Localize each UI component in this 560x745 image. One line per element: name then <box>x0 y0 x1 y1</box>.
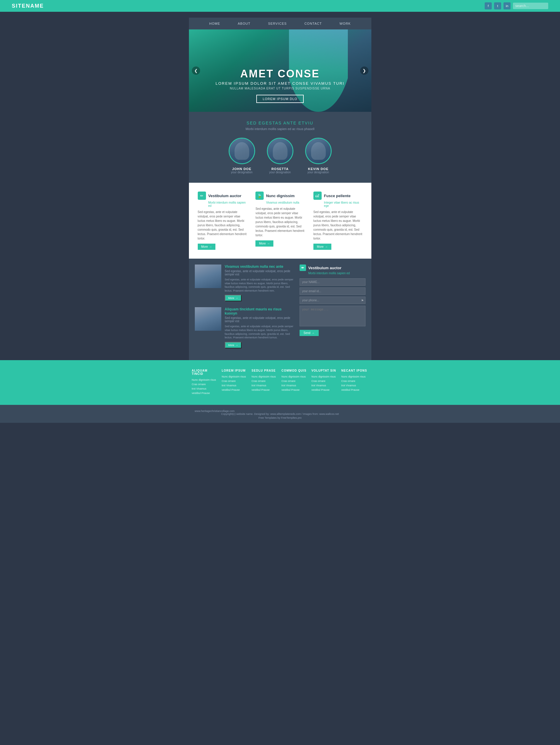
hero-prev-button[interactable]: ❮ <box>192 66 200 75</box>
service-more-button-2[interactable]: More → <box>313 244 331 250</box>
footer-col-title-2: SEDLU PRASE <box>252 369 279 372</box>
post-title-0: Vivamus vestibulum nulla nec ante <box>225 264 294 269</box>
service-text-1: Sed egestas, ante et vulputate volutpat,… <box>255 206 305 237</box>
service-subtitle-0: Morbi interdum mollis sapien ed <box>208 201 247 207</box>
footer-link-5-3[interactable]: vestibul Prause <box>341 388 368 391</box>
service-subtitle-1: Vivamus vestibulum nulla <box>266 201 305 204</box>
team-member-0: JOHN DOE your designation <box>229 138 255 174</box>
footer-link-4-0[interactable]: Nunc dignissim risus <box>311 375 338 378</box>
footer-link-4-3[interactable]: vestibul Prause <box>311 388 338 391</box>
site-name: SITENAME <box>12 3 44 9</box>
footer-link-1-0[interactable]: Nunc dignissim risus <box>222 375 249 378</box>
team-section-title: SED EGESTAS ANTE ETVIU <box>195 121 366 125</box>
service-subtitle-2: Integer vitae libero ac risus ege <box>324 201 363 207</box>
hero-content: AMET CONSE LOREM IPSUM DOLOR SIT AMET CO… <box>216 68 345 103</box>
footer-link-2-2[interactable]: trot Vivamus <box>252 384 279 387</box>
footer-link-4-1[interactable]: Cras ornare <box>311 380 338 383</box>
footer-link-5-2[interactable]: trot Vivamus <box>341 384 368 387</box>
member-role-1: your designation <box>269 171 291 174</box>
member-role-2: your designation <box>308 171 329 174</box>
contact-name-input[interactable] <box>300 278 366 286</box>
footer-link-2-1[interactable]: Cras ornare <box>252 380 279 383</box>
post-thumb-inner-1 <box>195 307 221 331</box>
top-right: f t in <box>485 2 548 9</box>
hero-next-button[interactable]: ❯ <box>360 66 368 75</box>
service-text-0: Sed egestas, ante et vulputate volutpat,… <box>198 210 247 241</box>
main-content: HOME ABOUT SERVICES CONTACT WORK ❮ AMET … <box>189 18 371 360</box>
member-avatar-inner-2 <box>306 138 331 163</box>
search-input[interactable] <box>513 3 548 9</box>
footer-link-5-0[interactable]: Nunc dignissim risus <box>341 375 368 378</box>
footer-link-4-2[interactable]: trot Vivamus <box>311 384 338 387</box>
footer-link-3-3[interactable]: vestibul Prause <box>281 388 308 391</box>
footer-col-title-1: LOREM IPSUM <box>222 369 249 372</box>
nav-services[interactable]: SERVICES <box>268 22 287 25</box>
post-more-button-1[interactable]: More → <box>225 342 242 348</box>
footer-link-2-3[interactable]: vestibul Prause <box>252 388 279 391</box>
phone-flag-icon: ⚑ <box>361 299 364 302</box>
linkedin-icon[interactable]: in <box>503 2 510 9</box>
footer-col-1: LOREM IPSUM Nunc dignissim risus Cras or… <box>222 369 249 396</box>
footer-free-templates: Free Templates by FreeTempltes.pro <box>195 416 366 419</box>
footer-link-3-0[interactable]: Nunc dignissim risus <box>281 375 308 378</box>
service-more-button-0[interactable]: More → <box>198 244 216 250</box>
contact-title: ✏ Vestibulum auctor <box>300 264 366 271</box>
service-title-1: Nunc dignissim <box>266 194 294 198</box>
contact-email-input[interactable] <box>300 288 366 295</box>
hero-subtitle: LOREM IPSUM DOLOR SIT AMET CONSE VIVAMUS… <box>216 81 345 86</box>
footer-link-1-3[interactable]: vestibul Prause <box>222 388 249 391</box>
post-text-1: Sed egestas, ante et vulputate volutpat,… <box>225 325 294 339</box>
footer-link-3-2[interactable]: trot Vivamus <box>281 384 308 387</box>
footer-col-5: NECANT IPONS Nunc dignissim risus Cras o… <box>341 369 368 396</box>
nav-home[interactable]: HOME <box>209 22 220 25</box>
service-item-0: ✏ Vestibulum auctor Morbi interdum molli… <box>198 192 247 250</box>
hero-section: ❮ AMET CONSE LOREM IPSUM DOLOR SIT AMET … <box>189 29 371 112</box>
navigation: HOME ABOUT SERVICES CONTACT WORK <box>189 18 371 29</box>
footer-link-1-1[interactable]: Cras ornare <box>222 380 249 383</box>
contact-message-input[interactable] <box>300 306 366 326</box>
footer-link-2-0[interactable]: Nunc dignissim risus <box>252 375 279 378</box>
footer-col-2: SEDLU PRASE Nunc dignissim risus Cras or… <box>252 369 279 396</box>
post-title-1: Aliquam tincidunt mauris eu risus kuooyn <box>225 307 294 316</box>
footer-link-5-1[interactable]: Cras ornare <box>341 380 368 383</box>
send-button[interactable]: Send → <box>300 330 319 336</box>
nav-about[interactable]: ABOUT <box>238 22 250 25</box>
footer-link-0-0[interactable]: Nunc dignissim risus <box>192 378 219 381</box>
footer-bottom-inner: www.heritagechristiancollage.com Copyrig… <box>189 410 371 419</box>
contact-phone-input[interactable] <box>300 297 366 304</box>
hero-cta-button[interactable]: LOREM IPSUM DLO <box>256 95 304 103</box>
footer-col-3: COMMOD QUIS Nunc dignissim risus Cras or… <box>281 369 308 396</box>
services-section: ✏ Vestibulum auctor Morbi interdum molli… <box>189 183 371 259</box>
footer-link-3-1[interactable]: Cras ornare <box>281 380 308 383</box>
service-more-button-1[interactable]: More → <box>255 240 273 247</box>
blog-post-1: Aliquam tincidunt mauris eu risus kuooyn… <box>195 307 294 348</box>
nav-contact[interactable]: CONTACT <box>304 22 322 25</box>
member-avatar-inner-1 <box>268 138 292 163</box>
service-icon-2: 🛋 <box>313 192 322 200</box>
member-name-0: JOHN DOE <box>232 167 251 171</box>
contact-icon: ✏ <box>300 264 306 271</box>
service-header-0: ✏ Vestibulum auctor <box>198 192 247 200</box>
facebook-icon[interactable]: f <box>485 2 492 9</box>
member-avatar-2 <box>305 138 332 164</box>
footer-col-title-5: NECANT IPONS <box>341 369 368 372</box>
footer-link-0-3[interactable]: vestibul Prause <box>192 392 219 395</box>
post-text-0: Sed egestas, ante et vulputate volutpat,… <box>225 278 294 292</box>
service-item-1: 🍃 Nunc dignissim Vivamus vestibulum null… <box>255 192 305 250</box>
twitter-icon[interactable]: t <box>494 2 501 9</box>
service-title-2: Fusce pellente <box>324 194 350 198</box>
footer-link-0-2[interactable]: trot Vivamus <box>192 387 219 390</box>
service-item-2: 🛋 Fusce pellente Integer vitae libero ac… <box>313 192 363 250</box>
footer-copyright: Copyright(c) website name. Designed by: … <box>195 413 366 416</box>
post-more-button-0[interactable]: More → <box>225 295 242 301</box>
footer-bottom: www.heritagechristiancollage.com Copyrig… <box>0 405 560 423</box>
avatar-figure-1 <box>273 142 287 160</box>
team-member-2: KEVIN DOE your designation <box>305 138 332 174</box>
team-section-subtitle: Morbi interdum mollis sapien ed ac risus… <box>195 127 366 131</box>
service-header-1: 🍃 Nunc dignissim <box>255 192 305 200</box>
footer-link-1-2[interactable]: trot Vivamus <box>222 384 249 387</box>
footer-link-0-1[interactable]: Cras ornare <box>192 383 219 386</box>
nav-work[interactable]: WORK <box>340 22 351 25</box>
footer-columns: ALIQUAM TINCID Nunc dignissim risus Cras… <box>0 360 560 405</box>
blog-contact-section: Vivamus vestibulum nulla nec ante Sed eg… <box>189 259 371 360</box>
